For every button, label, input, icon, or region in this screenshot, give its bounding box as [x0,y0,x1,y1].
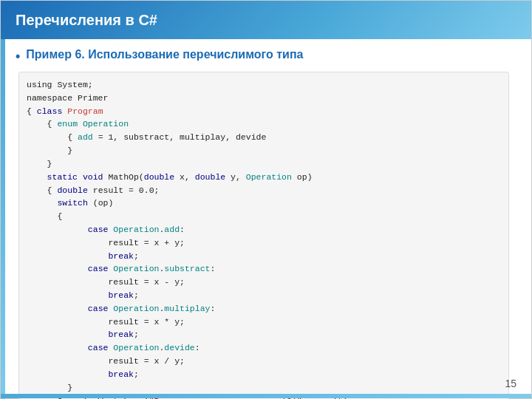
code-line: } [27,157,501,171]
code-line: result = x - y; [27,276,501,289]
code-line: { [27,210,501,223]
code-line: { add = 1, substract, multiplay, devide [27,131,501,144]
code-line: static void MathOp(double x, double y, O… [27,171,501,184]
page-number: 15 [505,378,516,389]
bottom-accent-bar [1,394,531,398]
code-line: { class Program [27,105,501,118]
header-bar: Перечисления в C# [1,1,531,39]
slide-content: • Пример 6. Использование перечислимого … [1,39,531,399]
code-line: break; [27,289,501,302]
code-line: using System; [27,78,501,92]
code-line: } [27,381,501,395]
code-line: { enum Operation [27,117,501,131]
code-block: using System;namespace Primer{ class Pro… [18,72,509,399]
bullet-text: Пример 6. Использование перечислимого ти… [26,48,303,61]
code-line: namespace Primer [27,92,501,105]
slide-title: Перечисления в C# [16,12,157,29]
code-line: result = x * y; [27,316,501,329]
code-line: } [27,144,501,157]
code-line: result = x / y; [27,355,501,368]
bullet-dot: • [16,49,20,64]
code-line: break; [27,368,501,381]
code-line: case Operation.multiplay: [27,302,501,316]
code-line: break; [27,250,501,263]
code-line: case Operation.add: [27,223,501,236]
code-line: result = x + y; [27,236,501,250]
code-line: break; [27,328,501,341]
code-line: case Operation.substract: [27,262,501,276]
slide: Перечисления в C# • Пример 6. Использова… [0,0,532,399]
code-line: case Operation.devide: [27,341,501,355]
code-line: switch (op) [27,197,501,210]
bullet-row: • Пример 6. Использование перечислимого … [16,48,509,64]
code-line: { double result = 0.0; [27,184,501,197]
